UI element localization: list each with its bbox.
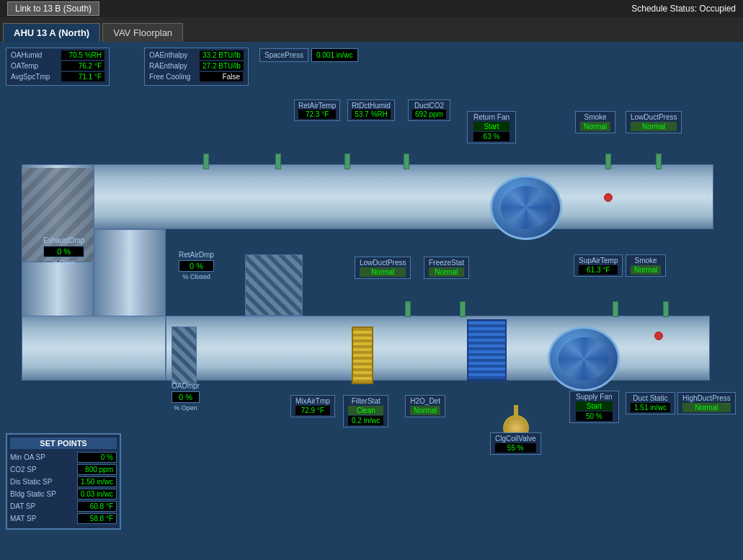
enthalpy-panel: OAEnthalpy 33.2 BTU/lb RAEnthalpy 27.2 B… xyxy=(144,48,249,86)
sp-name-1: CO2 SP xyxy=(10,466,68,474)
oadmpr-sub: % Open xyxy=(172,404,200,412)
tab-vav[interactable]: VAV Floorplan xyxy=(102,23,183,42)
exhaustdmp-container: ExhaustDmp 0 % % Open xyxy=(43,236,84,266)
probe-5 xyxy=(605,154,611,169)
sp-val-3: 0.03 in/wc xyxy=(77,489,117,499)
retairdmp-sub: % Closed xyxy=(179,273,214,280)
probe-3 xyxy=(344,154,350,169)
sp-name-3: Bldg Static SP xyxy=(10,490,68,498)
bottom-left-duct xyxy=(22,316,166,381)
supairtemp-label: SupAirTemp xyxy=(579,257,618,265)
oa-damper-visual xyxy=(172,326,197,384)
probe-lower-3 xyxy=(613,301,618,317)
filter-visual xyxy=(352,326,373,384)
exhaustdmp-value: 0 % xyxy=(43,246,84,257)
filterstat-value: Clean xyxy=(348,406,383,415)
return-fan-blades xyxy=(501,186,551,229)
probe-4 xyxy=(404,154,409,169)
smoke-lower-box: Smoke Normal xyxy=(626,254,666,277)
exhaustdmp-sub: % Open xyxy=(43,259,84,266)
lowductpress-mid-label: LowDuctPress xyxy=(360,259,406,267)
h2odet-label: H2O_Det xyxy=(410,397,440,405)
smoke-probe-upper xyxy=(604,193,613,202)
smoke-probe-lower xyxy=(654,332,663,340)
left-info-panel: OAHumid 70.5 %RH OATemp 76.2 °F AvgSpcTm… xyxy=(6,48,110,86)
raenthalpy-value: 27.2 BTU/lb xyxy=(200,61,244,71)
returnfan-title: Return Fan xyxy=(473,113,510,121)
smoke-upper-value: Normal xyxy=(580,122,610,131)
highductpress-box: HighDuctPress Normal xyxy=(677,392,736,414)
valve-stem xyxy=(514,405,518,418)
probe-lower-4 xyxy=(663,301,669,317)
lowductpress-upper-box: LowDuctPress Normal xyxy=(626,111,682,133)
tab-bar: AHU 13 A (North) VAV Floorplan xyxy=(0,17,743,42)
oaenthalpy-label: OAEnthalpy xyxy=(149,51,200,59)
oadmpr-value: 0 % xyxy=(172,391,200,403)
sp-val-2: 1.50 in/wc xyxy=(77,476,117,487)
supairtemp-value: 61.3 °F xyxy=(579,265,618,275)
lowductpress-upper-label: LowDuctPress xyxy=(631,113,677,121)
probe-1 xyxy=(203,154,209,169)
freezestat-value: Normal xyxy=(429,267,464,277)
filterstat-label: FilterStat xyxy=(348,397,383,405)
avgspctemp-label: AvgSpcTmp xyxy=(11,73,61,81)
sp-row-3: Bldg Static SP 0.03 in/wc xyxy=(10,489,117,499)
supplyfan-box[interactable]: Supply Fan Start 50 % xyxy=(569,391,619,423)
link-to-13b[interactable]: Link to 13 B (South) xyxy=(7,1,99,16)
sp-val-4: 60.8 °F xyxy=(77,501,117,512)
probe-6 xyxy=(656,154,662,169)
lowductpress-upper-value: Normal xyxy=(631,122,677,131)
sp-name-0: Min OA SP xyxy=(10,453,68,461)
sp-val-1: 800 ppm xyxy=(77,464,117,475)
sp-name-5: MAT SP xyxy=(10,515,68,523)
ductstatic-label: Duct Static xyxy=(631,394,670,402)
spacepress-value: 0.001 in/wc xyxy=(311,48,358,62)
freecooling-value: False xyxy=(200,72,243,81)
freezestat-label: FreezeStat xyxy=(429,259,464,267)
setpoints-panel: SET POINTS Min OA SP 0 % CO2 SP 800 ppm … xyxy=(6,433,121,530)
sp-row-4: DAT SP 60.8 °F xyxy=(10,501,117,512)
clgcoilvalve-value: 55 % xyxy=(495,443,536,453)
smoke-upper-label: Smoke xyxy=(580,113,610,121)
lowductpress-mid-box: LowDuctPress Normal xyxy=(355,257,411,279)
mixairtmp-box: MixAirTmp 72.9 °F xyxy=(290,395,335,417)
top-bar: Link to 13 B (South) Schedule Status: Oc… xyxy=(0,0,743,17)
schedule-status: Schedule Status: Occupied xyxy=(631,4,736,14)
highductpress-value: Normal xyxy=(682,403,731,412)
rtducthumid-label: RtDctHumid xyxy=(352,102,391,110)
return-damper-visual xyxy=(245,254,303,316)
freezestat-box: FreezeStat Normal xyxy=(424,257,469,279)
filterstat-sub: 0.2 in/wc xyxy=(348,416,383,425)
sp-val-5: 58.8 °F xyxy=(77,513,117,524)
supairtemp-box: SupAirTemp 61.3 °F xyxy=(574,254,623,277)
tab-ahu13a[interactable]: AHU 13 A (North) xyxy=(3,23,100,42)
highductpress-label: HighDuctPress xyxy=(682,394,731,402)
rtducthumid-box: RtDctHumid 53.7 %RH xyxy=(347,99,395,121)
sp-row-2: Dis Static SP 1.50 in/wc xyxy=(10,476,117,487)
oahumid-value: 70.5 %RH xyxy=(61,50,104,60)
exhaustdmp-label: ExhaustDmp xyxy=(43,236,84,244)
oadmpr-label: OADmpr xyxy=(172,382,200,390)
spacepress-label: SpacePress xyxy=(259,48,308,62)
oahumid-label: OAHumid xyxy=(11,51,61,59)
supplyfan-title: Supply Fan xyxy=(576,393,613,401)
retairdmp-container: RetAirDmp 0 % % Closed xyxy=(179,251,214,280)
raenthalpy-label: RAEnthalpy xyxy=(149,62,200,70)
probe-lower-2 xyxy=(460,301,466,317)
probe-2 xyxy=(275,154,281,169)
retairtemp-label: RetAirTemp xyxy=(298,102,336,110)
sp-name-2: Dis Static SP xyxy=(10,478,68,486)
smoke-lower-value: Normal xyxy=(631,265,661,275)
returnfan-box[interactable]: Return Fan Start 63 % xyxy=(467,111,516,143)
main-content: OAHumid 70.5 %RH OATemp 76.2 °F AvgSpcTm… xyxy=(0,42,743,560)
sp-val-0: 0 % xyxy=(77,452,117,463)
freecooling-label: Free Cooling xyxy=(149,73,200,81)
clgcoilvalve-box: ClgCoilValve 55 % xyxy=(490,432,541,455)
ductco2-label: DuctCO2 xyxy=(412,102,446,110)
filterstat-box: FilterStat Clean 0.2 in/wc xyxy=(343,395,388,427)
oaenthalpy-value: 33.2 BTU/lb xyxy=(200,50,244,60)
upper-return-duct xyxy=(94,164,713,229)
smoke-lower-label: Smoke xyxy=(631,257,661,265)
sp-name-4: DAT SP xyxy=(10,502,68,510)
cooling-coil xyxy=(467,319,507,381)
